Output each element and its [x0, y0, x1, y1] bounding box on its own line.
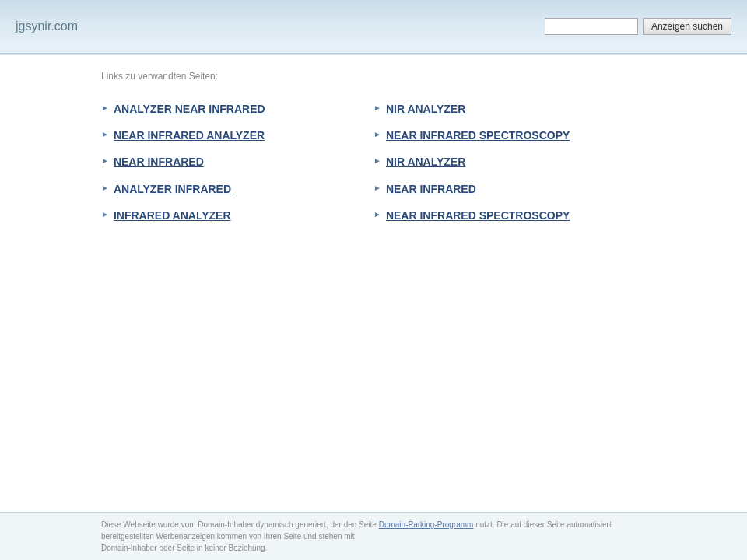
list-item: ► ANALYZER INFRARED [101, 176, 374, 202]
link-nir-analyzer-2[interactable]: NIR ANALYZER [386, 155, 465, 169]
arrow-icon: ► [374, 210, 381, 219]
arrow-icon: ► [374, 130, 381, 138]
site-logo: jgsynir.com [16, 19, 78, 33]
link-nir-analyzer-1[interactable]: NIR ANALYZER [386, 102, 465, 116]
list-item: ► ANALYZER NEAR INFRARED [101, 96, 374, 122]
arrow-icon: ► [101, 210, 109, 219]
arrow-icon: ► [101, 130, 109, 138]
link-analyzer-near-infrared[interactable]: ANALYZER NEAR INFRARED [114, 102, 265, 116]
link-near-infrared-2[interactable]: NEAR INFRARED [386, 182, 476, 196]
arrow-icon: ► [101, 184, 109, 192]
arrow-icon: ► [101, 103, 109, 112]
search-button[interactable]: Anzeigen suchen [643, 18, 731, 35]
list-item: ► NEAR INFRARED ANALYZER [101, 122, 374, 149]
list-item: ► NIR ANALYZER [374, 149, 646, 175]
link-near-infrared-spectroscopy-1[interactable]: NEAR INFRARED SPECTROSCOPY [386, 128, 570, 142]
link-near-infrared-1[interactable]: NEAR INFRARED [114, 155, 204, 169]
arrow-icon: ► [374, 156, 381, 165]
link-near-infrared-analyzer[interactable]: NEAR INFRARED ANALYZER [114, 128, 265, 142]
main-content: Links zu verwandten Seiten: ► ANALYZER N… [0, 55, 747, 260]
link-near-infrared-spectroscopy-2[interactable]: NEAR INFRARED SPECTROSCOPY [386, 208, 570, 222]
arrow-icon: ► [374, 184, 381, 192]
link-analyzer-infrared[interactable]: ANALYZER INFRARED [114, 182, 231, 196]
arrow-icon: ► [101, 156, 109, 165]
links-grid: ► ANALYZER NEAR INFRARED ► NIR ANALYZER … [101, 96, 646, 229]
link-infrared-analyzer[interactable]: INFRARED ANALYZER [114, 208, 231, 222]
search-bar: Anzeigen suchen [545, 18, 731, 35]
list-item: ► NEAR INFRARED SPECTROSCOPY [374, 202, 646, 229]
list-item: ► NEAR INFRARED SPECTROSCOPY [374, 122, 646, 149]
list-item: ► NEAR INFRARED [101, 149, 374, 175]
section-title: Links zu verwandten Seiten: [101, 71, 646, 82]
search-input[interactable] [545, 18, 638, 35]
arrow-icon: ► [374, 103, 381, 112]
list-item: ► NEAR INFRARED [374, 176, 646, 202]
list-item: ► INFRARED ANALYZER [101, 202, 374, 229]
list-item: ► NIR ANALYZER [374, 96, 646, 122]
header: jgsynir.com Anzeigen suchen [0, 0, 747, 53]
